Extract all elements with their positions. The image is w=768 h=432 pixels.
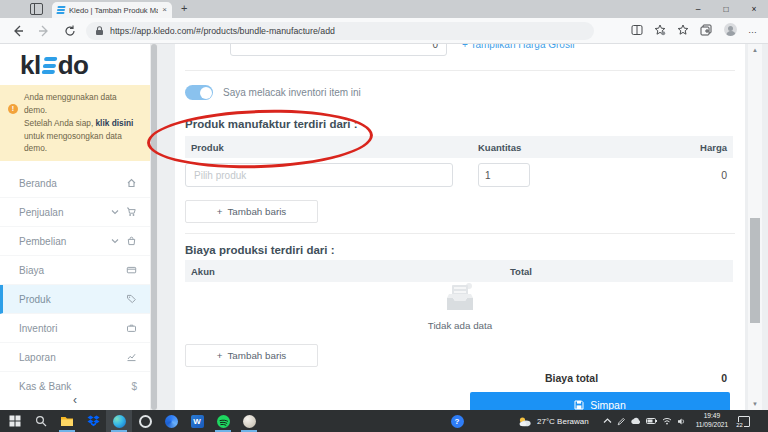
taskbar-date: 11/09/2021 — [696, 421, 729, 430]
add-row-button[interactable]: + Tambah baris — [185, 200, 318, 223]
sidebar-item-pembelian[interactable]: Pembelian — [0, 227, 150, 256]
sidebar-scrollbar[interactable] — [150, 44, 158, 410]
onedrive-cloud-icon[interactable] — [630, 417, 641, 425]
sidebar-item-laporan[interactable]: Laporan — [0, 343, 150, 372]
wifi-icon[interactable] — [662, 417, 672, 425]
report-chart-icon — [126, 352, 137, 362]
taskbar-time: 19:49 — [696, 412, 729, 421]
demo-data-notice: ! Anda menggunakan data demo. Setelah An… — [0, 85, 150, 161]
cost-section-title: Biaya produksi terdiri dari : — [185, 244, 335, 256]
favorites-bar-icon[interactable] — [677, 24, 689, 36]
taskbar-clock[interactable]: 19:49 11/09/2021 — [696, 412, 729, 430]
taskbar-ring-app-icon[interactable] — [132, 410, 158, 432]
dollar-icon: $ — [131, 381, 137, 392]
window-minimize-button[interactable]: – — [684, 0, 712, 18]
sidebar-menu: Beranda Penjualan Pembelian — [0, 169, 150, 401]
kledo-logo-e-icon — [41, 57, 57, 74]
warning-icon: ! — [8, 104, 18, 114]
browser-toolbar: https://app.kledo.com/#/products/bundle-… — [0, 18, 768, 44]
refresh-icon[interactable] — [64, 25, 76, 37]
pen-icon[interactable] — [617, 417, 625, 426]
column-header-total: Total — [510, 266, 532, 277]
track-inventory-label: Saya melacak inventori item ini — [223, 87, 361, 98]
url-bar[interactable]: https://app.kledo.com/#/products/bundle-… — [86, 22, 594, 40]
empty-state-text: Tidak ada data — [175, 320, 745, 331]
settings-more-icon[interactable]: … — [748, 25, 758, 35]
show-wholesale-price-link[interactable]: + Tampilkan Harga Grosir — [462, 44, 575, 50]
sidebar-item-biaya[interactable]: Biaya — [0, 256, 150, 285]
clear-demo-link[interactable]: klik disini — [96, 118, 134, 128]
row-price-value: 0 — [721, 169, 727, 181]
taskbar-spotify-icon[interactable] — [210, 410, 236, 432]
taskbar-blue-swirl-app-icon[interactable] — [158, 410, 184, 432]
tab-actions-icon[interactable] — [30, 3, 43, 15]
kledo-logo[interactable]: kl do — [0, 44, 150, 85]
save-button[interactable]: Simpan — [470, 392, 730, 410]
column-header-kuantitas: Kuantitas — [478, 142, 521, 153]
manufacture-form-card: 0 + Tampilkan Harga Grosir Saya melacak … — [175, 44, 745, 410]
kledo-favicon — [56, 6, 65, 14]
browser-tab[interactable]: Kledo | Tambah Produk Manufak × — [52, 2, 172, 18]
taskbar-search-icon[interactable] — [28, 410, 54, 432]
expense-card-icon — [126, 265, 137, 275]
sidebar-item-beranda[interactable]: Beranda — [0, 169, 150, 198]
page-scrollbar-thumb[interactable] — [750, 218, 760, 323]
sidebar-scrollbar-thumb[interactable] — [151, 44, 157, 410]
save-icon — [574, 400, 584, 410]
forward-icon[interactable] — [38, 25, 50, 37]
new-tab-button[interactable]: + — [181, 2, 187, 14]
briefcase-icon — [126, 323, 137, 333]
price-field-cutoff[interactable]: 0 — [230, 44, 447, 56]
back-icon[interactable] — [12, 25, 24, 37]
empty-state: Tidak ada data — [175, 282, 745, 331]
start-button[interactable] — [2, 410, 28, 432]
total-row: Biaya total 0 — [185, 372, 727, 384]
taskbar-help-icon[interactable]: ? — [444, 410, 470, 432]
notification-center-icon[interactable]: 22 — [738, 416, 750, 427]
empty-box-icon — [441, 282, 479, 312]
tab-close-icon[interactable]: × — [162, 6, 167, 14]
kledo-app-page: kl do ! Anda menggunakan data demo. Sete… — [0, 44, 768, 410]
scroll-down-icon[interactable]: ▼ — [748, 401, 762, 407]
divider — [185, 70, 735, 71]
product-tag-icon — [126, 294, 137, 304]
tray-expand-icon[interactable] — [603, 417, 612, 425]
sidebar-item-produk[interactable]: Produk — [0, 285, 150, 314]
split-screen-icon[interactable] — [631, 24, 643, 36]
cart-icon — [126, 207, 137, 217]
browser-titlebar: Kledo | Tambah Produk Manufak × + – □ × — [0, 0, 768, 18]
taskbar-weather[interactable]: 27°C Berawan — [518, 416, 589, 427]
cost-table-header: Akun Total — [185, 260, 733, 282]
favorites-star-icon[interactable] — [654, 24, 666, 36]
collections-icon[interactable] — [700, 24, 713, 36]
speaker-icon[interactable] — [677, 417, 686, 426]
cloud-sun-icon — [518, 416, 532, 427]
system-tray — [603, 417, 686, 426]
track-inventory-toggle[interactable] — [185, 85, 213, 100]
total-label: Biaya total — [545, 372, 598, 384]
taskbar-edge-icon[interactable] — [106, 410, 132, 432]
sidebar-item-inventori[interactable]: Inventori — [0, 314, 150, 343]
plus-icon: + — [217, 206, 223, 217]
notification-count-badge: 22 — [735, 422, 743, 428]
scroll-up-icon[interactable]: ▲ — [748, 47, 762, 53]
taskbar-dropbox-icon[interactable] — [80, 410, 106, 432]
home-icon — [126, 178, 137, 188]
add-cost-row-button[interactable]: + Tambah baris — [185, 344, 318, 367]
sidebar-item-penjualan[interactable]: Penjualan — [0, 198, 150, 227]
sidebar-collapse-button[interactable]: ‹ — [0, 392, 150, 410]
window-close-button[interactable]: × — [740, 0, 768, 18]
chevron-down-icon — [111, 237, 119, 245]
bag-icon — [126, 236, 137, 246]
taskbar-file-explorer-icon[interactable] — [54, 410, 80, 432]
quantity-input[interactable] — [478, 163, 530, 187]
column-header-akun: Akun — [185, 266, 215, 277]
window-maximize-button[interactable]: □ — [712, 0, 740, 18]
page-scrollbar[interactable]: ▲ ▼ — [748, 44, 762, 410]
lock-icon[interactable] — [95, 26, 104, 36]
taskbar-word-icon[interactable]: W — [184, 410, 210, 432]
profile-avatar[interactable] — [724, 23, 737, 36]
taskbar-globe-app-icon[interactable] — [236, 410, 262, 432]
tab-title: Kledo | Tambah Produk Manufak — [69, 6, 158, 15]
battery-icon[interactable] — [646, 417, 657, 425]
